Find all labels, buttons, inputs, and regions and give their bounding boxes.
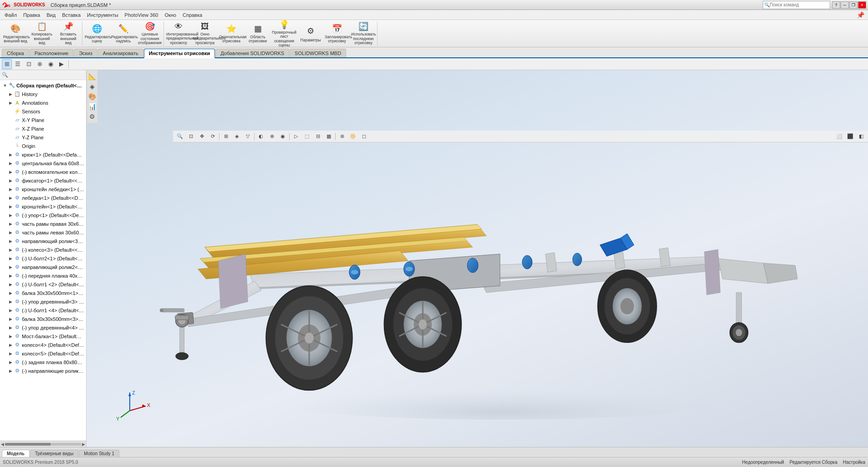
preview-window-button[interactable]: 🖼 Окно предварительного просмотра <box>192 22 218 45</box>
maximize-btn[interactable]: ⬜ <box>834 132 844 142</box>
list-item[interactable]: ▶ ⚙ (-) U-болт1 <2> (Default<<De <box>0 280 86 289</box>
parameters-button[interactable]: ⚙ Параметры <box>298 22 323 45</box>
hide-show-btn[interactable]: ◐ <box>256 132 266 142</box>
list-item[interactable]: ▶ ⚙ колесо<5> (Default<<Default <box>0 349 86 358</box>
tab-layout[interactable]: Расположение <box>30 49 74 57</box>
list-item[interactable]: ▶ ⚙ Мост-балка<1> (Default<<De <box>0 332 86 340</box>
tree-history-item[interactable]: ▶ 📋 History <box>0 90 86 98</box>
tree-xy-plane-item[interactable]: ▱ X-Y Plane <box>0 116 86 124</box>
menu-edit[interactable]: Правка <box>20 11 43 19</box>
menu-tools[interactable]: Инструменты <box>84 11 121 19</box>
split-h-btn[interactable]: ⬛ <box>845 132 855 142</box>
tree-root-item[interactable]: ▼ 🔧 Сборка прицеп (Default<<Default <box>0 81 86 90</box>
menu-window[interactable]: Окно <box>162 11 179 19</box>
menu-view[interactable]: Вид <box>44 11 58 19</box>
menu-photoview[interactable]: PhotoView 360 <box>122 11 161 19</box>
tab-sketch[interactable]: Эскиз <box>74 49 97 57</box>
tree-annotations-item[interactable]: ▶ Α Annotations <box>0 98 86 107</box>
tab-mbd[interactable]: SOLIDWORKS MBD <box>290 49 346 57</box>
split-v-btn[interactable]: ◧ <box>856 132 866 142</box>
display-style-btn[interactable]: ▽ <box>243 132 253 142</box>
list-item[interactable]: ▶ ⚙ балка 30x30x500mm<1> (Defa <box>0 289 86 297</box>
lighting-checklist-button[interactable]: 💡 Проверочный лист освещения сцены <box>271 22 297 45</box>
list-item[interactable]: ▶ ⚙ балка 30x30x500mm<3> (Defa <box>0 315 86 323</box>
list-item[interactable]: ▶ ⚙ центральная балка 60х80<1> <box>0 159 86 168</box>
tree-origin-item[interactable]: └ Origin <box>0 142 86 150</box>
view5-btn[interactable]: ⊟ <box>313 132 323 142</box>
list-item[interactable]: ▶ ⚙ кронштейн лебедки<1> (Def <box>0 185 86 193</box>
bottom-tab-3d-views[interactable]: Трёхмерные виды <box>30 450 79 457</box>
list-item[interactable]: ▶ ⚙ (-) вспомогательное колесо< <box>0 168 86 176</box>
tree-xz-plane-item[interactable]: ▱ X-Z Plane <box>0 124 86 133</box>
bottom-tab-model[interactable]: Модель <box>2 450 30 457</box>
render-region-button[interactable]: ▦ Область отрисовки <box>245 22 271 45</box>
display-mgr-btn[interactable]: ◉ <box>46 59 56 69</box>
edit-appearance-button[interactable]: 🎨 Редактировать внешний вид <box>3 22 28 45</box>
bottom-tab-motion[interactable]: Motion Study 1 <box>79 450 119 457</box>
list-item[interactable]: ▶ ⚙ часть рамы правая 30x60mm <box>0 219 86 228</box>
restore-button[interactable]: ❐ <box>849 1 858 9</box>
integrated-preview-button[interactable]: 👁 Интегрированный предварительный просмо… <box>166 22 191 45</box>
list-item[interactable]: ▶ ⚙ лебедка<1> (Default<<Defaul <box>0 193 86 202</box>
view3-btn[interactable]: ▷ <box>291 132 301 142</box>
dim-expert-btn[interactable]: ⊕ <box>35 59 45 69</box>
list-item[interactable]: ▶ ⚙ крюк<1> (Default<<Default>_ <box>0 150 86 159</box>
list-item[interactable]: ▶ ⚙ кронштейн<1> (Default<<De <box>0 202 86 211</box>
scene-btn[interactable]: ◉ <box>278 132 288 142</box>
final-render-button[interactable]: ⭐ Окончательная отрисовка <box>219 22 244 45</box>
menu-help[interactable]: Справка <box>180 11 205 19</box>
list-item[interactable]: ▶ ⚙ (-) направляющие ролики<1 <box>0 366 86 375</box>
feature-tree-btn[interactable]: ⊞ <box>2 59 12 69</box>
expand-btn[interactable]: ▶ <box>56 59 66 69</box>
list-item[interactable]: ▶ ⚙ (-) задняя планка 80x80x1260n <box>0 358 86 366</box>
zoom-to-fit-btn[interactable]: 🔍 <box>175 132 185 142</box>
list-item[interactable]: ▶ ⚙ фиксатор<1> (Default<<Defa <box>0 176 86 185</box>
edit-label-button[interactable]: ✏️ Редактировать надпись <box>111 22 136 45</box>
list-item[interactable]: ▶ ⚙ направляющий ролик<3> (D <box>0 237 86 245</box>
list-item[interactable]: ▶ ⚙ колесо<4> (Default<<Default <box>0 340 86 349</box>
paste-appearance-button[interactable]: 📌 Вставить внешний вид <box>56 22 81 45</box>
view4-btn[interactable]: ⬚ <box>302 132 312 142</box>
unpin-icon[interactable]: 📌 <box>855 11 866 19</box>
section-view-btn[interactable]: ◈ <box>232 132 242 142</box>
sidebar-scrollbar[interactable]: ◀ ▶ <box>0 441 86 447</box>
close-button[interactable]: ✕ <box>858 1 866 9</box>
list-item[interactable]: ▶ ⚙ (-) упор<1> (Default<<Defaul <box>0 211 86 219</box>
list-item[interactable]: ▶ ⚙ (-) упор деревянный<3> (Def <box>0 297 86 306</box>
list-item[interactable]: ▶ ⚙ (-) U-болт1 <4> (Default<<De <box>0 306 86 315</box>
menu-file[interactable]: Файл <box>2 11 20 19</box>
list-item[interactable]: ▶ ⚙ (-) колесо<3> (Default<<Defa <box>0 245 86 254</box>
rotate-btn[interactable]: ⟳ <box>208 132 218 142</box>
3d-viewport[interactable]: 🔍 ⊡ ✥ ⟳ ⊞ ◈ ▽ ◐ ⊕ ◉ ▷ ⬚ ⊟ ▦ ⊛ 🔆 ◻ ⬜ ⬛ ◧ <box>87 70 868 447</box>
menu-insert[interactable]: Вставка <box>59 11 83 19</box>
tree-sensors-item[interactable]: ⚡ Sensors <box>0 107 86 116</box>
tab-render-tools[interactable]: Инструменты отрисовки <box>144 49 215 58</box>
scrollbar-track[interactable] <box>5 443 81 446</box>
list-item[interactable]: ▶ ⚙ направляющий ролик2<2> ( <box>0 263 86 271</box>
list-item[interactable]: ▶ ⚙ (-) передняя планка 40x80x12 <box>0 271 86 280</box>
view6-btn[interactable]: ▦ <box>324 132 334 142</box>
appearance-btn[interactable]: ⊕ <box>267 132 277 142</box>
list-item[interactable]: ▶ ⚙ (-) U-болт2<1> (Default<<Def <box>0 254 86 263</box>
tab-analyze[interactable]: Анализировать <box>98 49 143 57</box>
minimize-button[interactable]: ─ <box>841 1 849 9</box>
schedule-render-button[interactable]: 📅 Запланировать отрисовку <box>324 22 350 45</box>
camera-btn[interactable]: ◻ <box>359 132 369 142</box>
display-states-button[interactable]: 🎯 Целевые состояния отображения <box>137 22 163 45</box>
help-button[interactable]: ? <box>832 1 840 9</box>
scrollbar-thumb[interactable] <box>5 443 51 446</box>
list-item[interactable]: ▶ ⚙ часть рамы левая 30x60mm< <box>0 228 86 237</box>
copy-appearance-button[interactable]: 📋 Копировать внешний вид <box>29 22 55 45</box>
pan-btn[interactable]: ✥ <box>197 132 207 142</box>
settings-btn[interactable]: ⊛ <box>337 132 347 142</box>
config-mgr-btn[interactable]: ⊡ <box>24 59 34 69</box>
property-mgr-btn[interactable]: ☰ <box>13 59 23 69</box>
tab-addins[interactable]: Добавления SOLIDWORKS <box>215 49 289 57</box>
right-btn-1[interactable]: 📐 <box>88 72 97 81</box>
tree-yz-plane-item[interactable]: ▱ Y-Z Plane <box>0 133 86 142</box>
light-btn[interactable]: 🔆 <box>348 132 358 142</box>
use-last-render-button[interactable]: 🔄 Использовать последнюю отрисовку <box>351 22 376 45</box>
zoom-area-btn[interactable]: ⊡ <box>186 132 196 142</box>
view-orient-btn[interactable]: ⊞ <box>221 132 231 142</box>
edit-scene-button[interactable]: 🌐 Редактировать сцену <box>84 22 110 45</box>
